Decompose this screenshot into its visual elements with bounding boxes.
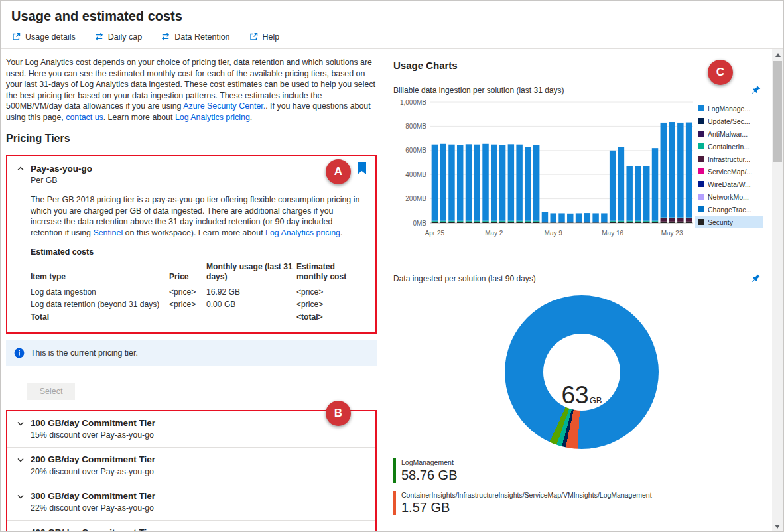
legend-swatch-icon [698, 206, 704, 212]
cost-table-cell: <total> [296, 312, 359, 322]
contact-us-link[interactable]: contact us [66, 113, 103, 122]
cost-table-header-row: Item typePriceMonthly usage (last 31 day… [31, 262, 359, 285]
legend-swatch-icon [698, 105, 704, 111]
commitment-tier-header[interactable]: 200 GB/day Commitment Tier [17, 454, 366, 464]
legend-swatch-icon [698, 131, 704, 137]
bar-legend-item-changetrac-[interactable]: ChangeTrac... [695, 203, 763, 216]
estimated-costs-table: Item typePriceMonthly usage (last 31 day… [31, 262, 359, 323]
commitment-tier-subtitle: 20% discount over Pay-as-you-go [31, 467, 366, 476]
cost-table-body: Log data ingestion<price>16.92 GB<price>… [31, 285, 359, 323]
cost-table-cell: <price> [296, 287, 359, 297]
chevron-down-icon[interactable] [17, 456, 25, 464]
bar-chart-area: 0MB200MB400MB600MB800MB1,000MBApr 25May … [393, 97, 770, 239]
scroll-up-arrow-icon[interactable] [775, 53, 781, 57]
commitment-tier-title: 300 GB/day Commitment Tier [31, 491, 155, 501]
chevron-up-icon[interactable] [17, 165, 25, 173]
legend-label: AntiMalwar... [708, 130, 748, 138]
bar-legend-item-wiredata-w-[interactable]: WireData/W... [695, 178, 763, 190]
commitment-tier-subtitle: 15% discount over Pay-as-you-go [31, 431, 366, 440]
toolbar: Usage details Daily cap Data Retention H… [1, 27, 783, 49]
pin-icon[interactable] [751, 85, 761, 95]
donut-legend-value: 58.76 GB [401, 468, 770, 483]
pin-icon[interactable] [751, 273, 761, 283]
cost-table-cell [206, 312, 294, 322]
svg-text:Apr 25: Apr 25 [425, 230, 445, 237]
log-analytics-pricing-link-2[interactable]: Log Analytics pricing [265, 228, 340, 237]
content: Your Log Analytics cost depends on your … [1, 49, 783, 532]
donut-legend-item[interactable]: ContainerInsights/InfrastructureInsights… [393, 491, 770, 515]
toolbar-item-label: Help [263, 33, 280, 42]
bar-chart-title: Billable data ingestion per solution (la… [393, 86, 564, 95]
scroll-down-arrow-icon[interactable] [775, 525, 780, 529]
commitment-tier-header[interactable]: 300 GB/day Commitment Tier [17, 491, 366, 501]
annotation-badge-b: B [326, 401, 351, 426]
chevron-down-icon[interactable] [17, 419, 25, 427]
svg-text:0MB: 0MB [413, 220, 426, 227]
bar-legend-item-infrastructur-[interactable]: Infrastructur... [695, 153, 763, 165]
svg-text:400MB: 400MB [405, 171, 426, 178]
legend-label: WireData/W... [708, 180, 751, 188]
cost-table-row: Log data ingestion<price>16.92 GB<price> [31, 285, 359, 298]
bar-legend-item-servicemap-[interactable]: ServiceMap/... [695, 165, 763, 178]
azure-security-center-link[interactable]: Azure Security Center. [183, 101, 265, 111]
payg-desc-3: . [340, 228, 342, 237]
toolbar-item-daily-cap[interactable]: Daily cap [94, 32, 142, 42]
bar-legend-item-security[interactable]: Security [695, 216, 763, 228]
donut-chart-title: Data ingested per solution (last 90 days… [393, 274, 536, 283]
cost-table-header-cell: Monthly usage (last 31 days) [206, 262, 294, 282]
donut-chart: 63 GB [505, 295, 659, 449]
svg-text:May 16: May 16 [602, 230, 623, 237]
donut-chart-title-row: Data ingested per solution (last 90 days… [393, 273, 770, 283]
donut-legend-value: 1.57 GB [401, 500, 770, 515]
cost-table-cell: Log data retention (beyond 31 days) [31, 300, 166, 309]
swap-arrows-icon [94, 32, 104, 42]
commitment-tier-header[interactable]: 100 GB/day Commitment Tier [17, 418, 366, 428]
select-button[interactable]: Select [27, 383, 75, 400]
cost-table-cell: 16.92 GB [206, 287, 294, 297]
bar-chart: 0MB200MB400MB600MB800MB1,000MBApr 25May … [393, 97, 695, 239]
payg-tier-header[interactable]: Pay-as-you-go [17, 164, 366, 174]
toolbar-item-usage-details[interactable]: Usage details [11, 32, 76, 42]
donut-chart-legend: LogManagement 58.76 GB ContainerInsights… [393, 458, 770, 515]
scrollbar-thumb[interactable] [773, 61, 782, 162]
intro-text-4: . [250, 113, 252, 122]
commitment-tier-subtitle: 22% discount over Pay-as-you-go [31, 503, 366, 513]
legend-label: ServiceMap/... [708, 168, 752, 176]
annotation-badge-a: A [326, 159, 351, 184]
commitment-tier-row: 200 GB/day Commitment Tier 20% discount … [7, 448, 375, 484]
legend-swatch-icon [698, 118, 704, 124]
bar-legend-item-antimalwar-[interactable]: AntiMalwar... [695, 127, 763, 140]
donut-center-unit: GB [590, 395, 602, 405]
usage-and-estimated-costs-page: Usage and estimated costs Usage details … [0, 0, 784, 532]
estimated-costs-heading: Estimated costs [31, 247, 366, 257]
chevron-down-icon[interactable] [17, 492, 25, 500]
toolbar-item-data-retention[interactable]: Data Retention [161, 32, 229, 42]
annotation-badge-c: C [708, 60, 733, 85]
commitment-tier-header[interactable]: 400 GB/day Commitment Tier [17, 527, 366, 532]
bar-legend-item-logmanage-[interactable]: LogManage... [695, 102, 763, 115]
payg-tier-card: Pay-as-you-go Per GB The Per GB 2018 pri… [6, 155, 377, 334]
svg-text:May 2: May 2 [485, 230, 503, 237]
donut-legend-item[interactable]: LogManagement 58.76 GB [393, 458, 770, 483]
bar-legend-item-networkmo-[interactable]: NetworkMo... [695, 190, 763, 203]
svg-text:May 9: May 9 [545, 230, 563, 237]
bar-legend-item-containerin-[interactable]: ContainerIn... [695, 140, 763, 153]
log-analytics-pricing-link[interactable]: Log Analytics pricing [175, 113, 250, 122]
current-tier-info-banner: This is the current pricing tier. [6, 340, 377, 366]
vertical-scrollbar[interactable] [772, 49, 783, 532]
chevron-down-icon[interactable] [17, 529, 25, 532]
external-link-icon [249, 32, 259, 42]
payg-tier-subtitle: Per GB [31, 176, 366, 185]
bar-chart-title-row: Billable data ingestion per solution (la… [393, 85, 770, 95]
toolbar-item-label: Daily cap [108, 33, 142, 42]
toolbar-item-help[interactable]: Help [249, 32, 280, 42]
donut-center-value: 63 [562, 381, 589, 409]
legend-label: ContainerIn... [708, 143, 750, 151]
sentinel-link[interactable]: Sentinel [93, 228, 123, 237]
pricing-tiers-heading: Pricing Tiers [6, 133, 377, 145]
svg-text:May 23: May 23 [661, 230, 683, 237]
svg-text:1,000MB: 1,000MB [400, 99, 426, 106]
donut-legend-label: ContainerInsights/InfrastructureInsights… [401, 491, 770, 499]
legend-label: Security [708, 218, 733, 226]
bar-legend-item-update-sec-[interactable]: Update/Sec... [695, 115, 763, 127]
